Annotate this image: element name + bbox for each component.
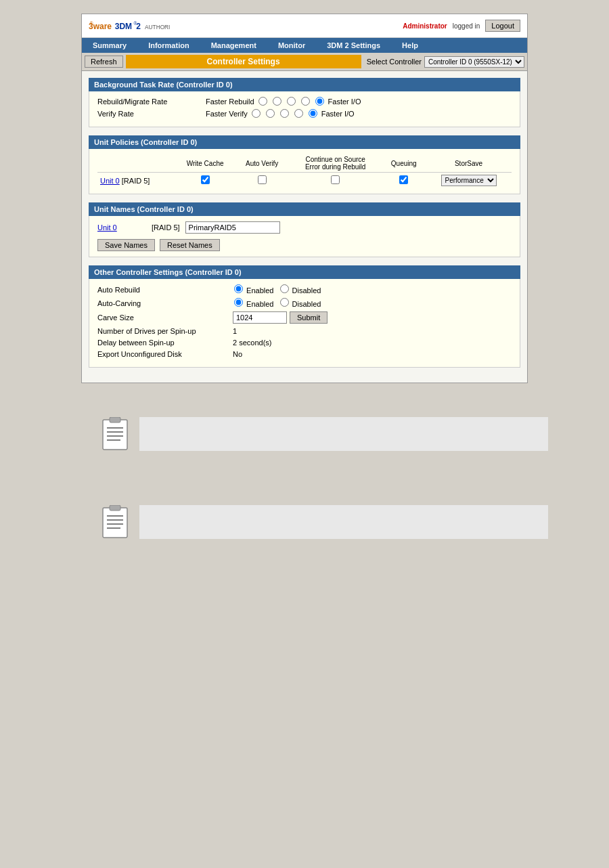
verify-rate-group: Faster Verify Faster I/O <box>206 109 355 118</box>
drives-spinup-row: Number of Drives per Spin-up 1 <box>97 327 512 335</box>
logged-in-text: logged in <box>453 22 480 30</box>
auto-carving-enabled-text: Enabled <box>246 300 273 308</box>
notepad-area-2 <box>95 498 555 546</box>
auth-area: Administrator logged in Logout <box>403 20 520 32</box>
nav-bar: Summary Information Management Monitor 3… <box>82 38 527 53</box>
nav-help[interactable]: Help <box>391 38 429 53</box>
carve-size-input[interactable] <box>233 311 287 324</box>
notepad-area-1 <box>95 410 555 458</box>
continue-error-checkbox[interactable] <box>331 175 340 184</box>
rebuild-rate-row: Rebuild/Migrate Rate Faster Rebuild Fast… <box>97 97 512 106</box>
svg-text:AUTHORIZ-I8YA15 (Windows 2000 : AUTHORIZ-I8YA15 (Windows 2000 Service Pa… <box>145 24 170 30</box>
col-queuing: Queuing <box>382 154 426 173</box>
nav-management[interactable]: Management <box>200 38 267 53</box>
unit-names-body: Unit 0 [RAID 5] Save Names Reset Names <box>89 216 520 257</box>
auto-carving-label: Auto-Carving <box>97 299 233 307</box>
auto-rebuild-row: Auto Rebuild Enabled Disabled <box>97 284 512 295</box>
queuing-checkbox[interactable] <box>399 175 408 184</box>
rebuild-radio-3[interactable] <box>287 97 296 106</box>
queuing-cell[interactable] <box>382 173 426 189</box>
rebuild-rate-group: Faster Rebuild Faster I/O <box>206 97 361 106</box>
logout-button[interactable]: Logout <box>485 20 520 32</box>
unit-names-type: [RAID 5] <box>152 223 180 232</box>
auto-rebuild-enabled-text: Enabled <box>246 286 273 295</box>
svg-rect-6 <box>103 420 127 450</box>
unit-policies-section: Unit Policies (Controller ID 0) Write Ca… <box>89 135 520 194</box>
drives-spinup-label: Number of Drives per Spin-up <box>97 327 233 335</box>
carve-size-label: Carve Size <box>97 313 233 322</box>
verify-radio-3[interactable] <box>280 109 289 118</box>
logo-area: 3ware ® 3DM ® 2 AUTHORIZ-I8YA15 (Windows… <box>89 18 170 33</box>
refresh-button[interactable]: Refresh <box>85 56 123 68</box>
export-unconfigured-row: Export Unconfigured Disk No <box>97 350 512 358</box>
notepad-icon-2 <box>102 505 129 539</box>
rebuild-faster-io-label: Faster I/O <box>328 97 361 106</box>
write-cache-checkbox[interactable] <box>201 175 210 184</box>
nav-information[interactable]: Information <box>137 38 200 53</box>
rebuild-faster-rebuild-label: Faster Rebuild <box>206 97 254 106</box>
rebuild-rate-label: Rebuild/Migrate Rate <box>97 97 206 106</box>
nav-summary[interactable]: Summary <box>82 38 137 53</box>
controller-select[interactable]: Controller ID 0 (9550SX-12) <box>424 56 524 68</box>
header: 3ware ® 3DM ® 2 AUTHORIZ-I8YA15 (Windows… <box>82 14 527 38</box>
verify-radio-5[interactable] <box>309 109 317 118</box>
svg-rect-14 <box>110 505 120 511</box>
unit-names-header: Unit Names (Controller ID 0) <box>89 202 520 216</box>
unit-link[interactable]: Unit 0 <box>100 177 120 185</box>
auto-rebuild-group: Enabled Disabled <box>233 284 321 295</box>
carve-size-row: Carve Size Submit <box>97 311 512 324</box>
verify-rate-row: Verify Rate Faster Verify Faster I/O <box>97 109 512 118</box>
verify-radio-1[interactable] <box>252 109 261 118</box>
verify-radio-4[interactable] <box>294 109 303 118</box>
write-cache-cell[interactable] <box>175 173 235 189</box>
unit-policies-table: Write Cache Auto Verify Continue on Sour… <box>97 154 512 188</box>
unit-id-cell: Unit 0 [RAID 5] <box>97 173 175 189</box>
notepad-icon-1 <box>102 417 129 451</box>
other-settings-section: Other Controller Settings (Controller ID… <box>89 265 520 368</box>
unit-policies-header: Unit Policies (Controller ID 0) <box>89 135 520 149</box>
col-auto-verify: Auto Verify <box>235 154 288 173</box>
unit-policies-body: Write Cache Auto Verify Continue on Sour… <box>89 149 520 194</box>
rebuild-radio-2[interactable] <box>273 97 281 106</box>
col-write-cache: Write Cache <box>175 154 235 173</box>
background-task-body: Rebuild/Migrate Rate Faster Rebuild Fast… <box>89 91 520 127</box>
other-settings-header: Other Controller Settings (Controller ID… <box>89 265 520 279</box>
unit-name-input[interactable] <box>185 221 280 234</box>
drives-spinup-value: 1 <box>233 327 237 335</box>
storsave-select[interactable]: Performance Balanced Protection <box>441 175 497 186</box>
auto-carving-group: Enabled Disabled <box>233 298 321 308</box>
unit-type: [RAID 5] <box>122 177 150 185</box>
auto-carving-disabled-radio[interactable] <box>280 298 289 307</box>
verify-radio-2[interactable] <box>266 109 275 118</box>
auto-rebuild-disabled-radio[interactable] <box>280 284 289 293</box>
content-area: Background Task Rate (Controller ID 0) R… <box>82 71 527 383</box>
export-unconfigured-label: Export Unconfigured Disk <box>97 350 233 358</box>
col-storsave: StorSave <box>426 154 512 173</box>
auto-verify-checkbox[interactable] <box>258 175 267 184</box>
table-row: Unit 0 [RAID 5] <box>97 173 512 189</box>
app-logo: 3ware ® 3DM ® 2 AUTHORIZ-I8YA15 (Windows… <box>89 18 170 33</box>
carve-size-submit[interactable]: Submit <box>290 311 328 324</box>
verify-faster-io-label: Faster I/O <box>321 110 355 118</box>
auto-rebuild-enabled-radio[interactable] <box>234 284 243 293</box>
rebuild-radio-5[interactable] <box>315 97 324 106</box>
nav-monitor[interactable]: Monitor <box>267 38 316 53</box>
rebuild-radio-4[interactable] <box>301 97 310 106</box>
unit-names-link[interactable]: Unit 0 <box>97 223 152 232</box>
nav-3dm2settings[interactable]: 3DM 2 Settings <box>316 38 391 53</box>
continue-error-cell[interactable] <box>289 173 382 189</box>
auto-rebuild-label: Auto Rebuild <box>97 286 233 294</box>
rebuild-radio-1[interactable] <box>258 97 267 106</box>
storsave-cell[interactable]: Performance Balanced Protection <box>426 173 512 189</box>
notepad-content-2 <box>139 505 548 539</box>
unit-names-row: Unit 0 [RAID 5] <box>97 221 512 234</box>
save-names-button[interactable]: Save Names <box>97 239 155 251</box>
svg-text:3DM: 3DM <box>115 22 132 31</box>
auto-verify-cell[interactable] <box>235 173 288 189</box>
svg-text:®: ® <box>90 21 93 26</box>
col-continue-error: Continue on SourceError during Rebuild <box>289 154 382 173</box>
reset-names-button[interactable]: Reset Names <box>160 239 220 251</box>
background-task-header: Background Task Rate (Controller ID 0) <box>89 78 520 91</box>
auto-carving-enabled-radio[interactable] <box>234 298 243 307</box>
auto-carving-row: Auto-Carving Enabled Disabled <box>97 298 512 308</box>
